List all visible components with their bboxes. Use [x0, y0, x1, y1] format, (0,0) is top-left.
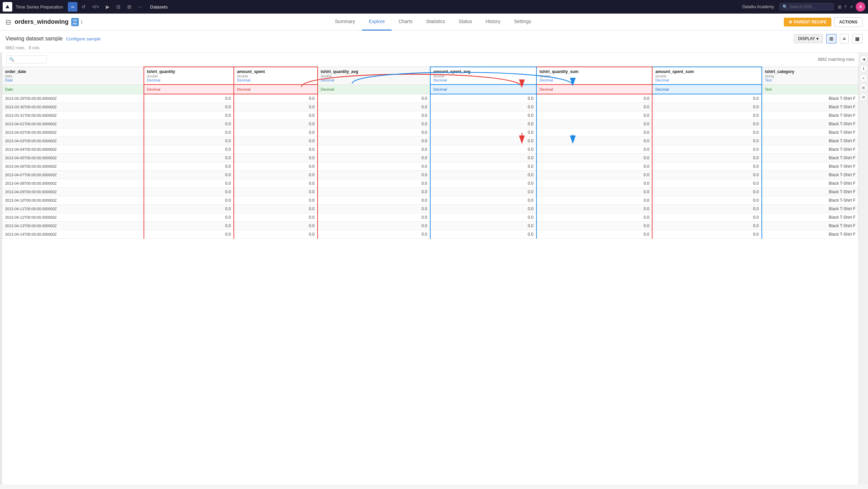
list-view-button[interactable]: ≡	[840, 34, 849, 43]
search-box[interactable]: 🔍	[779, 3, 834, 11]
table-cell: Black T-Shirt F	[762, 196, 858, 205]
table-cell: 0.0	[536, 196, 652, 205]
table-cell: 0.0	[536, 145, 652, 154]
code-icon[interactable]: </>	[90, 2, 102, 12]
tab-settings[interactable]: Settings	[507, 14, 538, 31]
table-cell: 2013-04-05T00:00:00.000000Z	[2, 154, 144, 162]
app-name: Time Series Preparation	[16, 4, 63, 10]
table-cell: 0.0	[430, 162, 536, 171]
table-area[interactable]: 8862 matching rows	[2, 53, 858, 485]
avatar[interactable]: A	[856, 2, 865, 12]
table-cell: 0.0	[430, 188, 536, 196]
table-cell: 0.0	[536, 120, 652, 128]
help-icon[interactable]: ?	[844, 4, 847, 10]
table-row: 2013-04-03T00:00:00.000000Z0.00.00.00.00…	[2, 137, 858, 145]
table-cell: 0.0	[430, 128, 536, 137]
parent-recipe-button[interactable]: ⚙ PARENT RECIPE	[784, 18, 831, 26]
table-cell: 0.0	[536, 103, 652, 111]
more-icon[interactable]: ···	[135, 2, 145, 12]
chevron-down-icon: ▾	[816, 36, 818, 41]
actions-button[interactable]: ACTIONS	[834, 17, 863, 27]
grid-view-button[interactable]: ⊞	[826, 34, 836, 43]
table-cell: 0.0	[144, 196, 234, 205]
table-cell: 0.0	[234, 196, 318, 205]
table-cell: 0.0	[318, 213, 430, 222]
table-row: 2013-04-08T00:00:00.000000Z0.00.00.00.00…	[2, 179, 858, 188]
table-row: 2013-04-04T00:00:00.000000Z0.00.00.00.00…	[2, 145, 858, 154]
search-input[interactable]	[790, 4, 831, 9]
table-cell: 0.0	[144, 213, 234, 222]
chart-view-button[interactable]: ▦	[852, 34, 863, 43]
run-icon[interactable]: ▶	[103, 2, 112, 12]
table-cell: 0.0	[652, 128, 761, 137]
data-table: order_date date Date tshirt_quantity dou…	[2, 67, 858, 239]
meaning-tshirt-quantity: Decimal	[144, 85, 234, 94]
table-cell: 0.0	[652, 171, 761, 179]
table-icon[interactable]: ⊞	[125, 2, 134, 12]
tab-history[interactable]: History	[479, 14, 507, 31]
table-cell: Black T-Shirt F	[762, 120, 858, 128]
table-cell: 0.0	[144, 162, 234, 171]
display-button[interactable]: DISPLAY ▾	[794, 34, 823, 43]
apps-icon[interactable]: ⊞	[838, 4, 842, 10]
table-search-input[interactable]	[6, 55, 47, 64]
table-cell: 0.0	[234, 179, 318, 188]
table-row: 2013-03-31T00:00:00.000000Z0.00.00.00.00…	[2, 111, 858, 120]
flow-button[interactable]: ⇒	[68, 2, 77, 12]
table-cell: 0.0	[144, 154, 234, 162]
col-header-order-date[interactable]: order_date date Date	[2, 67, 144, 85]
table-cell: 0.0	[318, 154, 430, 162]
table-cell: 0.0	[652, 103, 761, 111]
table-row: 2013-04-11T00:00:00.000000Z0.00.00.00.00…	[2, 205, 858, 213]
table-row: 2013-04-09T00:00:00.000000Z0.00.00.00.00…	[2, 188, 858, 196]
svg-marker-0	[5, 4, 10, 8]
table-cell: 0.0	[430, 213, 536, 222]
activity-icon[interactable]: ↗	[849, 4, 853, 10]
tab-statistics[interactable]: Statistics	[419, 14, 452, 31]
tab-charts[interactable]: Charts	[392, 14, 419, 31]
table-cell: 0.0	[144, 179, 234, 188]
table-cell: Black T-Shirt F	[762, 128, 858, 137]
col-header-tshirt-quantity[interactable]: tshirt_quantity double Decimal	[144, 67, 234, 85]
table-cell: 0.0	[652, 145, 761, 154]
table-cell: 2013-04-01T00:00:00.000000Z	[2, 120, 144, 128]
table-cell: 0.0	[652, 179, 761, 188]
col-header-amount-spent-avg[interactable]: amount_spent_avg double Decimal	[430, 67, 536, 85]
table-cell: 0.0	[318, 188, 430, 196]
table-cell: 0.0	[144, 188, 234, 196]
table-cell: 0.0	[652, 94, 761, 103]
expand-icon[interactable]: ◀	[860, 55, 867, 63]
table-row: 2013-04-06T00:00:00.000000Z0.00.00.00.00…	[2, 162, 858, 171]
col-header-tshirt-category[interactable]: tshirt_category string Text	[762, 67, 858, 85]
right-icons: ⊞ ? ↗ A	[838, 2, 865, 12]
search-row: 8862 matching rows	[2, 53, 858, 67]
refresh-icon[interactable]: ↺	[79, 2, 88, 12]
table-cell: 0.0	[318, 145, 430, 154]
tab-summary[interactable]: Summary	[328, 14, 362, 31]
col-header-amount-spent-sum[interactable]: amount_spent_sum double Decimal	[652, 67, 761, 85]
matching-rows: 8862 matching rows	[818, 57, 854, 62]
filter-sidebar-icon[interactable]: ≡	[860, 74, 867, 82]
settings-sidebar-icon[interactable]: ⚙	[860, 93, 867, 101]
table-cell: 0.0	[318, 137, 430, 145]
table-cell: 0.0	[536, 128, 652, 137]
table-cell: 0.0	[234, 222, 318, 230]
table-cell: 0.0	[430, 171, 536, 179]
table-cell: 0.0	[144, 145, 234, 154]
configure-sample-link[interactable]: Configure sample	[66, 36, 101, 41]
table-cell: 0.0	[536, 154, 652, 162]
info-sidebar-icon[interactable]: ℹ	[860, 65, 867, 72]
col-header-amount-spent[interactable]: amount_spent double Decimal	[234, 67, 318, 85]
tab-explore[interactable]: Explore	[362, 14, 392, 31]
app-logo	[3, 2, 12, 12]
tab-status[interactable]: Status	[452, 14, 479, 31]
table-cell: 0.0	[144, 222, 234, 230]
table-cell: 0.0	[234, 137, 318, 145]
columns-sidebar-icon[interactable]: ⊞	[860, 84, 867, 91]
table-cell: 2013-04-12T00:00:00.000000Z	[2, 213, 144, 222]
datasets-button[interactable]: Datasets	[146, 3, 172, 11]
col-header-tshirt-quantity-sum[interactable]: tshirt_quantity_sum double Decimal	[536, 67, 652, 85]
col-header-tshirt-quantity-avg[interactable]: tshirt_quantity_avg double Decimal	[318, 67, 430, 85]
meaning-order-date: Date	[2, 85, 144, 94]
deploy-icon[interactable]: ⊟	[114, 2, 123, 12]
